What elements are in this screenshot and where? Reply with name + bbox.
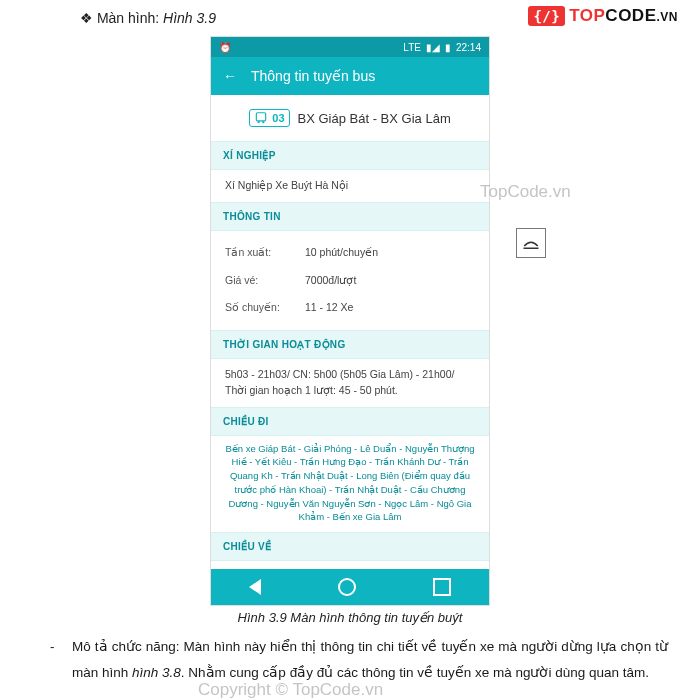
section-head-thoigian: THỜI GIAN HOẠT ĐỘNG (211, 330, 489, 359)
section-body-thoigian: 5h03 - 21h03/ CN: 5h00 (5h05 Gia Lâm) - … (211, 359, 489, 407)
nav-back-icon[interactable] (249, 579, 261, 595)
horizon-icon (522, 234, 540, 252)
logo-code: CODE (605, 6, 656, 25)
desc-suffix: . Nhằm cung cấp đầy đủ các thông tin về … (181, 665, 649, 680)
section-head-thongtin: THÔNG TIN (211, 202, 489, 231)
appbar-title: Thông tin tuyến bus (251, 68, 375, 84)
info-key: Tần xuất: (225, 245, 305, 261)
info-key: Giá vé: (225, 273, 305, 289)
svg-point-1 (258, 121, 260, 123)
info-key: Số chuyến: (225, 300, 305, 316)
svg-point-2 (262, 121, 264, 123)
section-head-chieudi: CHIỀU ĐI (211, 407, 489, 436)
back-arrow-icon[interactable]: ← (223, 68, 237, 84)
nav-recent-icon[interactable] (433, 578, 451, 596)
bullet-ref: Hình 3.9 (163, 10, 216, 26)
route-name: BX Giáp Bát - BX Gia Lâm (298, 111, 451, 126)
desc-ref: hình 3.8 (132, 665, 181, 680)
app-bar: ← Thông tin tuyến bus (211, 57, 489, 95)
doc-bullet-line: ❖ Màn hình: Hình 3.9 (80, 10, 216, 26)
floating-widget-icon[interactable] (516, 228, 546, 258)
lte-indicator: LTE (403, 42, 421, 53)
figure-caption: Hình 3.9 Màn hình thông tin tuyến buýt (0, 610, 700, 625)
info-val: 11 - 12 Xe (305, 300, 353, 316)
info-row: Số chuyến: 11 - 12 Xe (225, 294, 475, 322)
status-bar: ⏰ LTE ▮◢ ▮ 22:14 (211, 37, 489, 57)
dash-bullet: - (50, 634, 55, 660)
info-val: 7000đ/lượt (305, 273, 356, 289)
info-val: 10 phút/chuyến (305, 245, 378, 261)
battery-icon: ▮ (445, 42, 451, 53)
route-header: 03 BX Giáp Bát - BX Gia Lâm (211, 95, 489, 141)
info-row: Tần xuất: 10 phút/chuyến (225, 239, 475, 267)
section-head-xinghiep: XÍ NGHIỆP (211, 141, 489, 170)
status-time: 22:14 (456, 42, 481, 53)
bullet-label: Màn hình: (97, 10, 159, 26)
svg-rect-0 (257, 113, 266, 121)
route-number: 03 (272, 112, 284, 124)
info-row: Giá vé: 7000đ/lượt (225, 267, 475, 295)
bullet-icon: ❖ (80, 10, 93, 26)
signal-icon: ▮◢ (426, 42, 440, 53)
watermark: TopCode.vn (480, 182, 571, 202)
section-body-xinghiep: Xí Nghiệp Xe Buýt Hà Nội (211, 170, 489, 202)
logo-top: TOP (569, 6, 605, 25)
alarm-icon: ⏰ (219, 42, 231, 53)
bus-icon (254, 111, 268, 125)
section-head-chieuve: CHIỀU VỀ (211, 532, 489, 561)
section-body-chieudi: Bến xe Giáp Bát - Giải Phóng - Lê Duẩn -… (211, 436, 489, 533)
logo-mark: {/} (528, 6, 565, 26)
nav-home-icon[interactable] (338, 578, 356, 596)
phone-screenshot: ⏰ LTE ▮◢ ▮ 22:14 ← Thông tin tuyến bus 0… (210, 36, 490, 606)
logo-vn: .VN (656, 10, 678, 24)
topcode-logo: {/} TOPCODE.VN (528, 6, 678, 26)
section-body-thongtin: Tần xuất: 10 phút/chuyến Giá vé: 7000đ/l… (211, 231, 489, 330)
figure-description: - Mô tả chức năng: Màn hình này hiển thị… (72, 634, 668, 685)
android-nav-bar (211, 569, 489, 605)
route-badge: 03 (249, 109, 289, 127)
